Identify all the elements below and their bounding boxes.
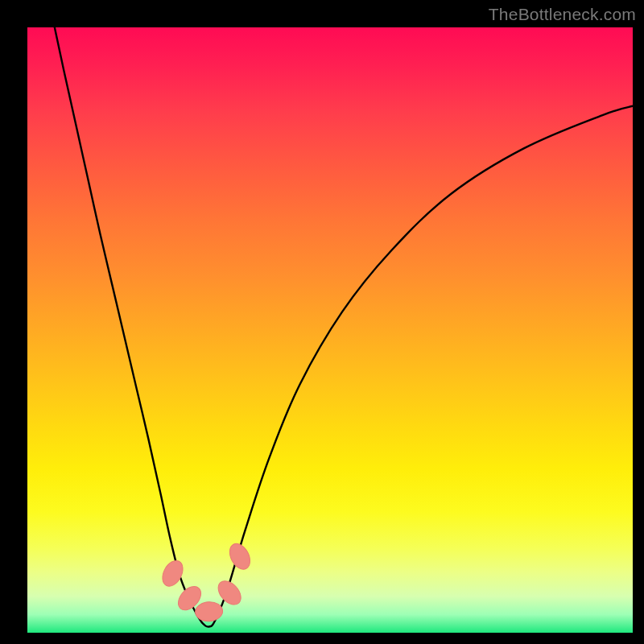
curve-marker <box>225 540 254 572</box>
bottleneck-curve-line <box>55 27 633 627</box>
curve-marker <box>195 601 224 622</box>
plot-area <box>27 27 633 633</box>
chart-frame: TheBottleneck.com <box>0 0 644 644</box>
watermark-text: TheBottleneck.com <box>489 5 636 24</box>
bottleneck-chart-svg <box>27 27 633 633</box>
